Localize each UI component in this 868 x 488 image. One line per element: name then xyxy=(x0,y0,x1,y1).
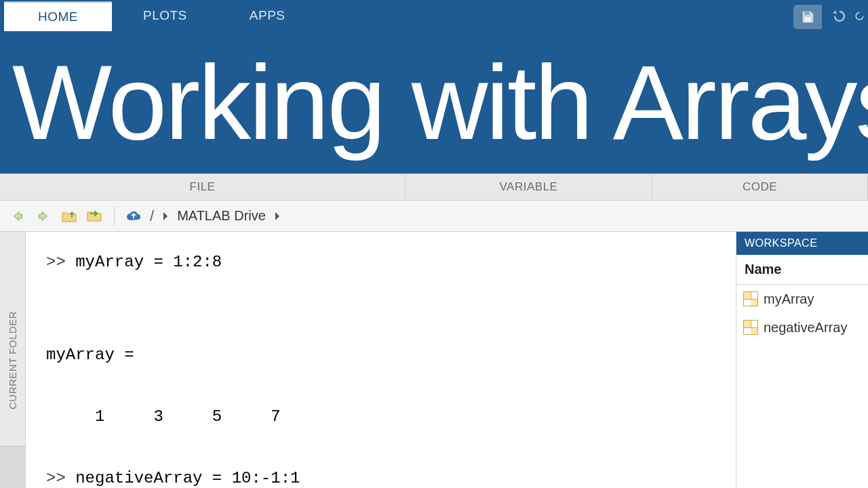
address-bar: / MATLAB Drive xyxy=(0,201,868,232)
tab-home[interactable]: HOME xyxy=(4,1,112,31)
output-header: myArray = xyxy=(46,346,134,364)
workspace-var-row[interactable]: myArray xyxy=(736,285,868,313)
redo-button[interactable] xyxy=(854,3,867,28)
main-area: CURRENT FOLDER >> myArray = 1:2:8 myArra… xyxy=(0,232,868,488)
folder-search-icon xyxy=(86,208,104,224)
browse-folder-button[interactable] xyxy=(85,207,104,226)
workspace-var-name: negativeArray xyxy=(764,320,847,336)
redo-icon xyxy=(854,7,867,24)
nav-separator xyxy=(114,206,115,226)
nav-forward-button[interactable] xyxy=(34,207,53,226)
cmd-line-1: myArray = 1:2:8 xyxy=(75,253,222,271)
variable-icon xyxy=(743,291,758,306)
prompt: >> xyxy=(46,469,75,487)
up-folder-button[interactable] xyxy=(60,207,79,226)
variable-icon xyxy=(743,320,758,335)
arrow-right-icon xyxy=(36,209,51,224)
prompt: >> xyxy=(46,253,75,271)
cmd-line-2: negativeArray = 10:-1:1 xyxy=(75,469,300,487)
current-folder-panel-collapsed[interactable]: CURRENT FOLDER xyxy=(0,232,26,488)
top-right-controls xyxy=(793,0,868,31)
cloud-root-button[interactable] xyxy=(124,207,143,226)
workspace-col-name[interactable]: Name xyxy=(736,255,868,285)
save-icon xyxy=(800,9,815,24)
toolstrip-sections: FILE VARIABLE CODE xyxy=(0,174,868,201)
chevron-right-icon[interactable] xyxy=(161,211,170,221)
banner-title: Working with Arrays xyxy=(12,49,868,155)
undo-button[interactable] xyxy=(826,3,850,28)
workspace-header[interactable]: WORKSPACE xyxy=(736,232,868,255)
svg-rect-1 xyxy=(804,18,810,22)
nav-back-button[interactable] xyxy=(8,207,27,226)
side-spacer xyxy=(0,446,26,488)
arrow-left-icon xyxy=(10,209,25,224)
cloud-icon xyxy=(125,209,142,223)
section-code: CODE xyxy=(652,174,868,200)
chevron-right-icon[interactable] xyxy=(273,211,282,221)
breadcrumb: / MATLAB Drive xyxy=(124,207,282,226)
workspace-var-row[interactable]: negativeArray xyxy=(736,313,868,342)
output-values: 1 3 5 7 xyxy=(46,407,281,426)
svg-rect-0 xyxy=(804,12,809,16)
save-button[interactable] xyxy=(793,5,822,29)
workspace-panel: WORKSPACE Name myArray negativeArray xyxy=(736,232,868,488)
breadcrumb-drive[interactable]: MATLAB Drive xyxy=(177,208,266,224)
breadcrumb-root-sep: / xyxy=(150,207,154,225)
top-tab-strip: HOME PLOTS APPS xyxy=(0,0,868,31)
tab-plots[interactable]: PLOTS xyxy=(112,0,218,31)
command-window[interactable]: >> myArray = 1:2:8 myArray = 1 3 5 7 >> … xyxy=(26,232,736,488)
title-banner: Working with Arrays xyxy=(0,31,868,174)
section-variable: VARIABLE xyxy=(406,174,652,200)
tab-apps[interactable]: APPS xyxy=(218,0,317,31)
undo-icon xyxy=(830,7,846,24)
section-file: FILE xyxy=(0,174,406,200)
workspace-var-name: myArray xyxy=(764,291,814,307)
folder-up-icon xyxy=(61,209,77,224)
current-folder-label: CURRENT FOLDER xyxy=(7,310,18,409)
